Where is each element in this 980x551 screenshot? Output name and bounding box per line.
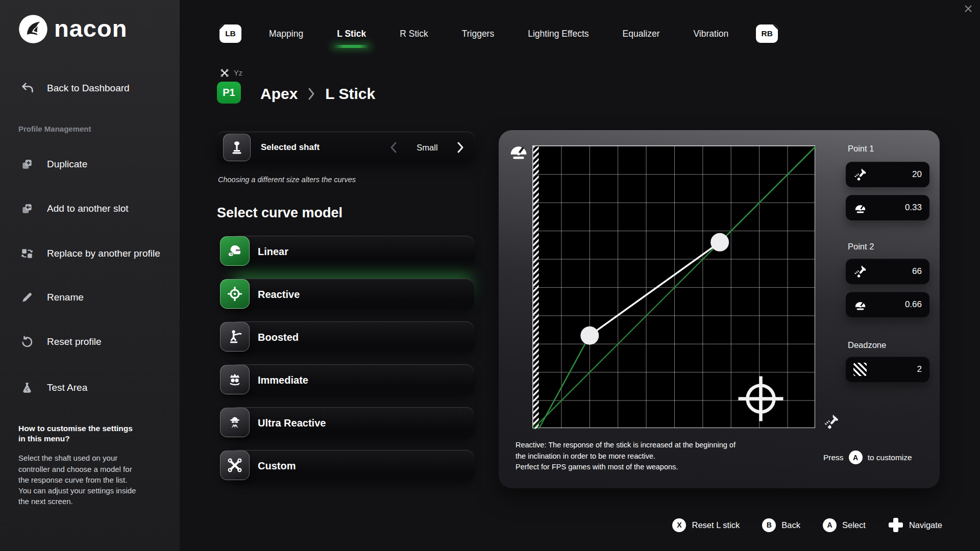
action-select[interactable]: A Select [823, 518, 866, 532]
nacon-logo-icon [18, 14, 48, 44]
crosshair-target-icon [220, 279, 250, 309]
tab-mapping[interactable]: Mapping [269, 29, 303, 39]
right-bumper-label: RB [762, 29, 773, 38]
inclination-icon [853, 265, 867, 279]
model-reactive[interactable]: Reactive [230, 279, 474, 310]
model-immediate[interactable]: Immediate [230, 364, 474, 396]
model-custom[interactable]: Custom [230, 450, 474, 482]
sidebar-item-label: Reset profile [47, 336, 102, 347]
press-suffix: to customize [868, 453, 912, 462]
sidebar-item-label: Rename [47, 292, 84, 303]
sidebar-item-rename[interactable]: Rename [20, 290, 84, 305]
action-label: Reset L stick [692, 520, 740, 530]
tab-r-stick[interactable]: R Stick [400, 29, 428, 39]
gauge-icon [853, 298, 867, 312]
pencil-icon [20, 291, 34, 304]
curve-point-1[interactable] [580, 326, 599, 344]
action-back[interactable]: B Back [762, 518, 800, 532]
sidebar-item-replace-profile[interactable]: Replace by another profile [20, 246, 160, 261]
dpad-plus-icon [888, 517, 903, 533]
deadzone-region [533, 146, 538, 429]
model-description: Reactive: The response of the stick is i… [516, 440, 750, 473]
gauge-icon [853, 201, 867, 215]
b-button-badge: B [762, 518, 776, 532]
replace-icon [20, 247, 34, 260]
tab-l-stick[interactable]: L Stick [337, 29, 366, 39]
tab-lighting-effects[interactable]: Lighting Effects [528, 29, 589, 39]
point2-response-value: 0.66 [872, 299, 922, 310]
king-icon [220, 365, 250, 394]
point1-label: Point 1 [848, 144, 874, 154]
help-body: Select the shaft used on your controller… [18, 453, 139, 507]
profile-management-section-label: Profile Management [18, 124, 91, 133]
shaft-icon-tile [223, 134, 251, 161]
close-icon [963, 3, 974, 14]
curve-segment-mid [590, 242, 720, 335]
tab-triggers[interactable]: Triggers [462, 29, 495, 39]
sidebar-item-duplicate[interactable]: Duplicate [20, 157, 87, 172]
curve-preview-panel: Point 1 20 0.33 Point 2 [499, 130, 940, 488]
tools-icon [220, 450, 250, 480]
right-bumper-badge: RB [756, 24, 778, 43]
brand-name: nacon [54, 14, 127, 42]
tab-vibration[interactable]: Vibration [694, 29, 729, 39]
inclination-icon [823, 414, 840, 430]
sidebar-item-add-to-slot[interactable]: Add to another slot [20, 201, 129, 216]
model-label: Boosted [258, 321, 299, 353]
curve-values-panel: Point 1 20 0.33 Point 2 [846, 130, 929, 488]
description-line: the inclination in order to be more reac… [516, 451, 750, 462]
model-ultra-reactive[interactable]: Ultra Reactive [230, 407, 474, 439]
sniper-icon [220, 322, 250, 352]
a-button-badge: A [823, 518, 837, 532]
helmet-icon [220, 236, 250, 266]
description-line: Perfect for FPS games with most of the w… [516, 462, 750, 473]
curve-segment-low [538, 335, 590, 429]
shaft-prev-button[interactable] [390, 142, 398, 153]
slot-p1-badge: P1 [217, 82, 241, 104]
spy-icon [220, 408, 250, 437]
model-label: Reactive [258, 279, 300, 310]
breadcrumb: Apex L Stick [260, 84, 375, 104]
close-window-button[interactable] [963, 3, 974, 14]
back-to-dashboard-label: Back to Dashboard [47, 83, 130, 94]
curve-segment-high [720, 146, 816, 242]
point2-inclination-field[interactable]: 66 [846, 259, 929, 284]
deadzone-field[interactable]: 2 [846, 357, 929, 382]
model-boosted[interactable]: Boosted [230, 321, 474, 353]
left-bumper-badge: LB [219, 24, 241, 43]
action-reset-l-stick[interactable]: X Reset L stick [672, 518, 740, 532]
response-curve-graph[interactable] [532, 145, 815, 428]
curve-point-2[interactable] [710, 233, 729, 251]
nav-links: Mapping L Stick R Stick Triggers Lightin… [269, 29, 728, 39]
point1-inclination-field[interactable]: 20 [846, 162, 929, 187]
a-button-badge: A [849, 450, 863, 464]
return-arrow-icon [20, 81, 35, 95]
joystick-shaft-icon [229, 140, 244, 155]
model-linear[interactable]: Linear [230, 236, 474, 267]
profile-tag-label: Yz [234, 69, 242, 77]
sidebar-item-label: Duplicate [47, 159, 87, 170]
action-label: Select [842, 520, 866, 530]
shaft-size-value: Small [398, 143, 457, 153]
shaft-next-button[interactable] [457, 142, 464, 153]
point1-inclination-value: 20 [872, 169, 922, 180]
action-label: Back [781, 520, 800, 530]
breadcrumb-page-name: L Stick [325, 85, 375, 103]
point2-response-field[interactable]: 0.66 [846, 292, 929, 317]
shaft-selector: Selected shaft Small [217, 132, 475, 163]
sidebar-item-label: Test Area [47, 382, 87, 393]
press-prefix: Press [823, 453, 844, 462]
point2-inclination-value: 66 [872, 266, 922, 277]
description-line: Reactive: The response of the stick is i… [516, 440, 750, 451]
deadzone-label: Deadzone [848, 340, 886, 350]
tab-equalizer[interactable]: Equalizer [623, 29, 660, 39]
sidebar-item-test-area[interactable]: Test Area [20, 380, 87, 395]
action-label: Navigate [909, 520, 942, 530]
tools-icon [220, 68, 229, 78]
reset-icon [20, 335, 34, 348]
back-to-dashboard-button[interactable]: Back to Dashboard [20, 81, 130, 96]
sidebar-item-reset-profile[interactable]: Reset profile [20, 334, 102, 349]
point1-response-field[interactable]: 0.33 [846, 195, 929, 220]
action-navigate[interactable]: Navigate [888, 517, 942, 533]
model-label: Linear [258, 236, 288, 267]
